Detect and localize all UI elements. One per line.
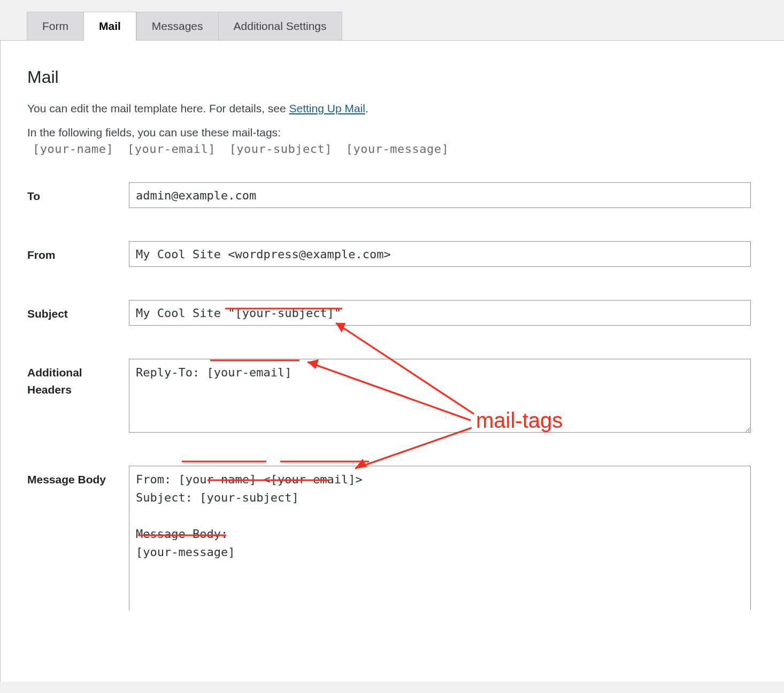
tabs: Form Mail Messages Additional Settings [0,0,784,41]
mail-panel: Mail You can edit the mail template here… [0,40,784,682]
tab-additional-settings[interactable]: Additional Settings [218,12,342,41]
to-label: To [27,182,129,205]
intro-line-1: You can edit the mail template here. For… [27,102,757,115]
intro-text-prefix: You can edit the mail template here. For… [27,102,289,114]
tab-messages[interactable]: Messages [136,12,218,41]
mail-tags-list: [your-name] [your-email] [your-subject] … [33,142,757,156]
tab-mail[interactable]: Mail [83,12,136,41]
intro-text-suffix: . [365,102,368,114]
to-input[interactable] [129,182,751,208]
setting-up-mail-link[interactable]: Setting Up Mail [289,102,365,114]
intro-line-2: In the following fields, you can use the… [27,126,757,139]
additional-headers-label: Additional Headers [27,359,129,398]
additional-headers-input[interactable]: Reply-To: [your-email] [129,359,751,433]
subject-label: Subject [27,300,129,322]
message-body-label: Message Body [27,466,129,488]
panel-heading: Mail [27,67,757,87]
from-label: From [27,241,129,264]
subject-input[interactable] [129,300,751,326]
from-input[interactable] [129,241,751,267]
tab-form[interactable]: Form [27,12,83,41]
message-body-input[interactable]: From: [your-name] <[your-email]> Subject… [129,466,751,610]
